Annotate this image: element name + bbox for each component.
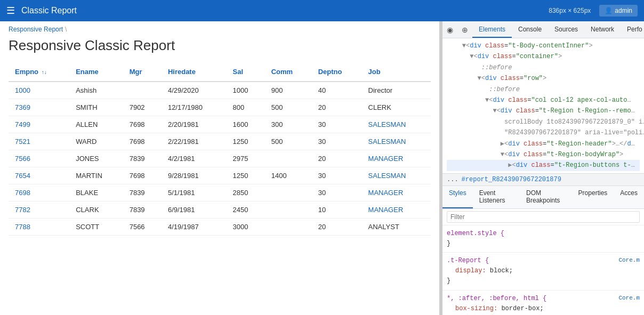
cell-empno[interactable]: 7499 <box>9 116 69 133</box>
breadcrumb-separator: \ <box>65 26 67 33</box>
breadcrumb-link[interactable]: Responsive Report <box>9 26 63 33</box>
cell-sal: 800 <box>226 99 264 116</box>
cell-job: SALESMAN <box>362 133 431 150</box>
cell-job: SALESMAN <box>362 167 431 184</box>
devtools-device-icon[interactable]: ⊕ <box>457 26 472 34</box>
cell-mgr: 7902 <box>123 99 162 116</box>
cell-deptno: 20 <box>312 150 362 167</box>
cell-empno[interactable]: 7782 <box>9 201 69 219</box>
cell-empno[interactable]: 7566 <box>9 150 69 167</box>
table-row: 7782CLARK78396/9/1981245010MANAGER <box>9 201 431 219</box>
tab-console[interactable]: Console <box>512 21 548 38</box>
col-sal[interactable]: Sal <box>226 62 264 82</box>
col-deptno[interactable]: Deptno <box>312 62 362 82</box>
cell-comm <box>265 219 312 236</box>
col-mgr[interactable]: Mgr <box>123 62 162 82</box>
styles-tab-accessibility[interactable]: Acces <box>614 186 644 208</box>
css-brace-2: } <box>447 277 450 285</box>
table-row: 7499ALLEN76982/20/1981160030030SALESMAN <box>9 116 431 133</box>
tab-sources[interactable]: Sources <box>548 21 584 38</box>
css-source-2[interactable]: Core.m <box>618 294 640 303</box>
cell-hiredate: 2/22/1981 <box>162 133 227 150</box>
styles-tab-properties[interactable]: Properties <box>572 186 614 208</box>
tree-line-5: ::before <box>447 84 640 95</box>
cell-job: CLERK <box>362 99 431 116</box>
cell-comm: 300 <box>265 116 312 133</box>
col-hiredate[interactable]: Hiredate <box>162 62 227 82</box>
css-rule-star: Core.m *, :after, :before, html { box-si… <box>442 290 644 315</box>
cell-empno[interactable]: 7521 <box>9 133 69 150</box>
tree-line-6: ▼<div class="col col-12 apex-col-auto… <box>447 95 640 106</box>
report-container: Empno ↑↓ Ename Mgr Hiredate Sal Comm Dep… <box>0 62 439 244</box>
cell-mgr: 7566 <box>123 219 162 236</box>
styles-tab-dom-breakpoints[interactable]: DOM Breakpoints <box>520 186 572 208</box>
cell-hiredate: 6/9/1981 <box>162 201 227 219</box>
tree-line-8: scrollBody 1to82439079672201879_0" i… <box>447 117 640 127</box>
devtools-inspect-icon[interactable]: ◉ <box>442 26 457 34</box>
cell-comm: 500 <box>265 99 312 116</box>
cell-empno[interactable]: 7654 <box>9 167 69 184</box>
cell-mgr: 7839 <box>123 201 162 219</box>
cell-mgr: 7839 <box>123 150 162 167</box>
cell-hiredate: 4/19/1987 <box>162 219 227 236</box>
cell-deptno: 20 <box>312 219 362 236</box>
tree-line-3: ::before <box>447 62 640 73</box>
tab-performance[interactable]: Perfo <box>621 21 644 38</box>
col-empno[interactable]: Empno ↑↓ <box>9 62 69 82</box>
col-ename[interactable]: Ename <box>69 62 123 82</box>
table-row: 7788SCOTT75664/19/1987300020ANALYST <box>9 219 431 236</box>
devtools-panel: ◉ ⊕ Elements Console Sources Network Per… <box>442 21 644 315</box>
cell-deptno: 30 <box>312 184 362 201</box>
classic-report-table: Empno ↑↓ Ename Mgr Hiredate Sal Comm Dep… <box>9 62 431 236</box>
cell-job: SALESMAN <box>362 116 431 133</box>
tree-line-4: ▼<div class="row"> <box>447 73 640 84</box>
css-selector-star: *, :after, :before, html { <box>447 295 546 302</box>
cell-empno[interactable]: 1000 <box>9 82 69 99</box>
cell-sal: 1250 <box>226 167 264 184</box>
top-bar-right: 👤 admin <box>599 5 638 17</box>
tree-line-11: ▼<div class="t-Region-bodyWrap"> <box>447 149 640 160</box>
css-prop-box-sizing: box-sizing: border-box; <box>447 304 640 314</box>
left-panel: Responsive Report \ Responsive Classic R… <box>0 21 440 315</box>
tree-line-9: "R82439079672201879" aria-live="poli… <box>447 127 640 138</box>
cell-hiredate: 5/1/1981 <box>162 184 227 201</box>
cell-comm: 500 <box>265 133 312 150</box>
cell-job: MANAGER <box>362 184 431 201</box>
col-job[interactable]: Job <box>362 62 431 82</box>
styles-tab-styles[interactable]: Styles <box>442 186 473 208</box>
cell-empno[interactable]: 7788 <box>9 219 69 236</box>
cell-hiredate: 12/17/1980 <box>162 99 227 116</box>
table-row: 7654MARTIN76989/28/19811250140030SALESMA… <box>9 167 431 184</box>
user-button[interactable]: 👤 admin <box>599 5 638 17</box>
sort-icon-empno: ↑↓ <box>42 69 47 75</box>
col-comm[interactable]: Comm <box>265 62 312 82</box>
html-tree: ▼<div class="t-Body-contentInner"> ▼<div… <box>442 38 644 173</box>
tab-network[interactable]: Network <box>584 21 621 38</box>
css-selector-element-style: element.style { <box>447 230 504 237</box>
selector-id[interactable]: #report_R82439079672201879 <box>462 176 561 183</box>
cell-comm: 1400 <box>265 167 312 184</box>
devtools-tabs: ◉ ⊕ Elements Console Sources Network Per… <box>442 21 644 38</box>
cell-ename: SMITH <box>69 99 123 116</box>
styles-filter[interactable] <box>442 209 644 225</box>
cell-ename: MARTIN <box>69 167 123 184</box>
app-title: Classic Report <box>21 6 549 15</box>
cell-empno[interactable]: 7369 <box>9 99 69 116</box>
tree-line-12-selected[interactable]: ▶<div class="t-Region-buttons t-… <box>447 160 640 171</box>
cell-deptno: 10 <box>312 201 362 219</box>
styles-tab-event-listeners[interactable]: Event Listeners <box>473 186 520 208</box>
table-body: 1000Ashish4/29/2020100090040Director7369… <box>9 82 431 236</box>
menu-icon[interactable]: ☰ <box>6 5 15 17</box>
tab-elements[interactable]: Elements <box>472 21 512 38</box>
cell-sal: 3000 <box>226 219 264 236</box>
styles-filter-input[interactable] <box>447 211 640 223</box>
table-header: Empno ↑↓ Ename Mgr Hiredate Sal Comm Dep… <box>9 62 431 82</box>
cell-empno[interactable]: 7698 <box>9 184 69 201</box>
css-source-1[interactable]: Core.m <box>618 256 640 265</box>
cell-ename: Ashish <box>69 82 123 99</box>
selector-bar: ... #report_R82439079672201879 <box>442 173 644 186</box>
css-selector-t-report: .t-Report { <box>447 257 489 264</box>
main-split: Responsive Report \ Responsive Classic R… <box>0 21 644 315</box>
table-row: 1000Ashish4/29/2020100090040Director <box>9 82 431 99</box>
dimension-info: 836px × 625px <box>549 7 591 14</box>
